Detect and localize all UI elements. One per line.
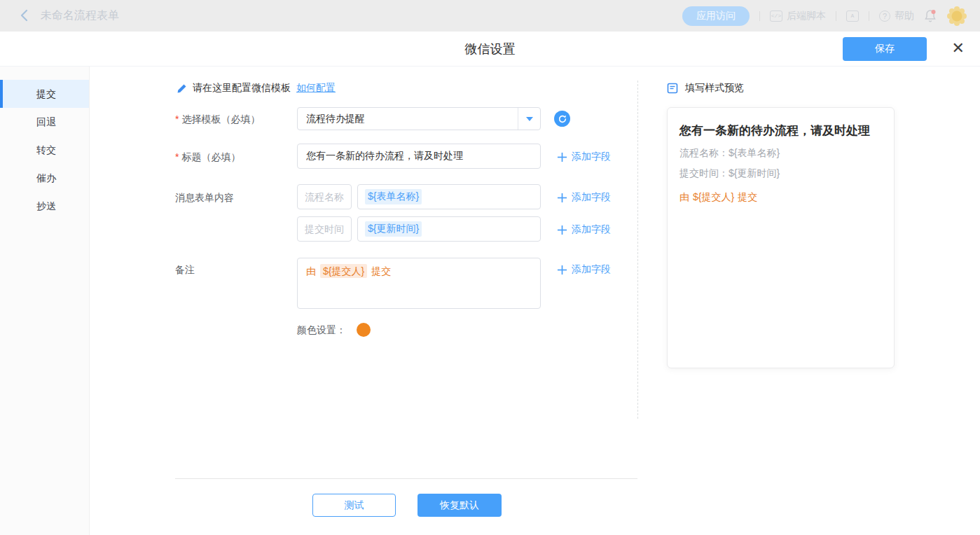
modal-header: 微信设置 保存 ✕ — [0, 32, 980, 67]
sidebar-item-transfer[interactable]: 转交 — [0, 136, 89, 164]
restore-default-button[interactable]: 恢复默认 — [417, 494, 502, 517]
how-to-configure-link[interactable]: 如何配置 — [296, 82, 336, 95]
page-title: 未命名流程表单 — [41, 8, 119, 23]
remark-prefix: 由 — [306, 265, 316, 277]
color-swatch[interactable] — [357, 323, 371, 337]
sidebar-item-urge[interactable]: 催办 — [0, 164, 89, 192]
back-chevron-icon[interactable] — [18, 9, 31, 22]
divider — [759, 11, 760, 21]
add-field-link-row2[interactable]: 添加字段 — [557, 222, 611, 237]
sidebar-item-return[interactable]: 回退 — [0, 108, 89, 136]
select-arrow-segment[interactable] — [518, 108, 540, 130]
token-chip: ${表单名称} — [365, 189, 422, 204]
chevron-down-icon — [526, 117, 533, 121]
preview-header-label: 填写样式预览 — [685, 82, 744, 95]
plus-icon — [557, 152, 567, 162]
template-select[interactable]: 流程待办提醒 — [297, 107, 541, 130]
content-key-input-1[interactable] — [297, 184, 352, 209]
preview-footer: 由${提交人}提交 — [679, 191, 882, 204]
preview-footer-token: ${提交人} — [693, 191, 734, 202]
remark-editor[interactable]: 由${提交人}提交 — [297, 258, 541, 309]
preview-footer-prefix: 由 — [679, 191, 689, 202]
app-access-button[interactable]: 应用访问 — [682, 6, 750, 26]
content-value-input-1[interactable]: ${表单名称} — [357, 184, 541, 209]
divider — [836, 11, 836, 21]
add-field-label: 添加字段 — [572, 151, 611, 163]
user-avatar[interactable] — [946, 6, 967, 27]
preview-title: 您有一条新的待办流程，请及时处理 — [679, 123, 882, 139]
remark-suffix: 提交 — [371, 265, 391, 277]
title-label: 标题（必填） — [175, 151, 240, 164]
token-chip: ${提交人} — [320, 264, 367, 278]
form-divider — [175, 478, 637, 479]
help-icon: ? — [879, 11, 890, 22]
refresh-templates-button[interactable] — [554, 111, 570, 127]
preview-line-1: 流程名称：${表单名称} — [679, 147, 882, 160]
config-hint-text: 请在这里配置微信模板 — [193, 82, 291, 95]
close-icon[interactable]: ✕ — [952, 39, 965, 57]
template-select-value: 流程待办提醒 — [306, 108, 365, 130]
profile-card-icon[interactable]: A — [846, 11, 859, 22]
help-button[interactable]: ? 帮助 — [879, 10, 914, 22]
token-chip: ${更新时间} — [365, 221, 422, 237]
content-key-input-2[interactable] — [297, 216, 352, 242]
add-field-label: 添加字段 — [572, 223, 611, 236]
vertical-dashed-divider — [637, 81, 638, 419]
wechat-settings-screen: 未命名流程表单 应用访问 </> 后端脚本 A ? 帮助 — [0, 0, 980, 535]
divider — [869, 11, 869, 21]
refresh-icon — [558, 114, 567, 124]
content-value-input-2[interactable]: ${更新时间} — [357, 216, 541, 242]
help-label: 帮助 — [895, 10, 914, 22]
plus-icon — [557, 265, 567, 275]
add-field-link-title[interactable]: 添加字段 — [557, 149, 611, 165]
sidebar-item-cc[interactable]: 抄送 — [0, 192, 89, 220]
topbar: 未命名流程表单 应用访问 </> 后端脚本 A ? 帮助 — [0, 0, 980, 32]
backend-script-button[interactable]: </> 后端脚本 — [770, 10, 826, 22]
sidebar-item-submit[interactable]: 提交 — [0, 80, 89, 108]
plus-icon — [557, 225, 567, 235]
sidebar: 提交 回退 转交 催办 抄送 — [0, 67, 90, 535]
add-field-label: 添加字段 — [572, 263, 611, 276]
add-field-label: 添加字段 — [572, 191, 611, 204]
preview-card: 您有一条新的待办流程，请及时处理 流程名称：${表单名称} 提交时间：${更新时… — [667, 107, 895, 368]
plus-icon — [557, 193, 567, 203]
test-button[interactable]: 测试 — [312, 494, 396, 517]
topbar-actions: 应用访问 </> 后端脚本 A ? 帮助 — [682, 0, 967, 32]
backend-script-label: 后端脚本 — [787, 10, 826, 22]
add-field-link-remark[interactable]: 添加字段 — [557, 262, 611, 277]
preview-header: 填写样式预览 — [667, 81, 744, 95]
save-button[interactable]: 保存 — [843, 37, 927, 61]
template-label: 选择模板（必填） — [175, 113, 260, 126]
title-input[interactable] — [297, 144, 541, 169]
preview-footer-suffix: 提交 — [738, 191, 757, 202]
pencil-icon — [177, 83, 187, 94]
color-setting-label: 颜色设置： — [297, 324, 346, 337]
config-hint-row: 请在这里配置微信模板 如何配置 — [177, 81, 336, 96]
modal-title: 微信设置 — [465, 32, 516, 67]
code-icon: </> — [770, 11, 782, 22]
content-label: 消息表单内容 — [175, 192, 234, 204]
remark-label: 备注 — [175, 264, 195, 277]
preview-line-2: 提交时间：${更新时间} — [679, 167, 882, 180]
notification-bell-icon[interactable] — [924, 9, 937, 23]
document-icon — [667, 83, 678, 94]
add-field-link-row1[interactable]: 添加字段 — [557, 190, 611, 205]
